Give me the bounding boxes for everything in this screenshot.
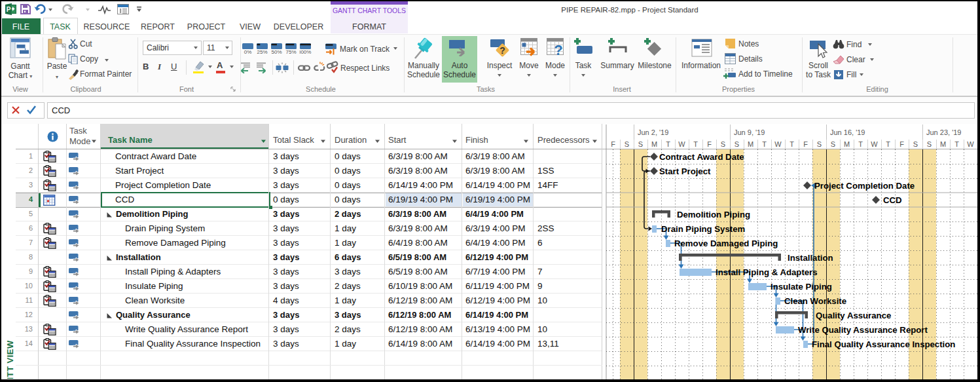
svg-text:Jun 2, '19: Jun 2, '19 [638, 128, 668, 136]
svg-text:T: T [789, 140, 794, 148]
svg-text:?: ? [554, 42, 562, 58]
svg-text:M: M [651, 140, 657, 148]
svg-text:T: T [762, 140, 767, 148]
svg-text:S: S [721, 140, 725, 148]
svg-text:Drain Piping System: Drain Piping System [661, 224, 745, 234]
svg-text:T: T [886, 140, 890, 148]
svg-text:M: M [844, 140, 850, 148]
svg-text:T: T [858, 140, 863, 148]
svg-text:Demolition Piping: Demolition Piping [677, 210, 750, 220]
svg-text:F: F [707, 140, 712, 148]
svg-text:Jun 16, '19: Jun 16, '19 [830, 128, 865, 136]
svg-text:F: F [899, 140, 904, 148]
svg-text:Install Piping & Adapters: Install Piping & Adapters [716, 267, 818, 277]
svg-text:F: F [803, 140, 808, 148]
svg-text:W: W [678, 140, 685, 148]
svg-text:Clean Worksite: Clean Worksite [784, 296, 846, 306]
svg-text:Insulate Piping: Insulate Piping [771, 282, 832, 292]
svg-text:P: P [7, 6, 11, 13]
svg-text:Start Project: Start Project [659, 166, 711, 176]
svg-text:S: S [927, 140, 932, 148]
svg-text:S: S [735, 140, 739, 148]
svg-text:M: M [940, 140, 946, 148]
svg-text:W: W [871, 140, 878, 148]
svg-text:Write Quality Assurance Report: Write Quality Assurance Report [798, 325, 928, 335]
svg-text:W: W [967, 140, 974, 148]
svg-text:Jun 23, '19: Jun 23, '19 [926, 128, 961, 136]
svg-text:Jun 9, '19: Jun 9, '19 [734, 128, 765, 136]
svg-text:S: S [638, 140, 643, 148]
svg-text:S: S [625, 140, 629, 148]
svg-text:?: ? [499, 45, 505, 56]
svg-text:T: T [693, 140, 698, 148]
svg-text:S: S [817, 140, 822, 148]
svg-text:M: M [748, 140, 753, 148]
svg-text:Installation: Installation [788, 253, 833, 263]
svg-text:T: T [954, 140, 959, 148]
svg-text:Contract Award Date: Contract Award Date [659, 152, 744, 162]
svg-text:Project Completion Date: Project Completion Date [814, 181, 915, 191]
svg-text:S: S [913, 140, 918, 148]
svg-text:S: S [831, 140, 835, 148]
svg-text:CCD: CCD [883, 195, 902, 205]
svg-text:Remove Damaged Piping: Remove Damaged Piping [674, 239, 778, 248]
svg-text:Quality Assurance: Quality Assurance [816, 311, 891, 320]
svg-text:W: W [774, 140, 782, 148]
svg-text:T: T [666, 140, 670, 148]
svg-text:Final Quality Assurance Inspec: Final Quality Assurance Inspection [812, 339, 955, 349]
svg-text:F: F [611, 140, 615, 148]
